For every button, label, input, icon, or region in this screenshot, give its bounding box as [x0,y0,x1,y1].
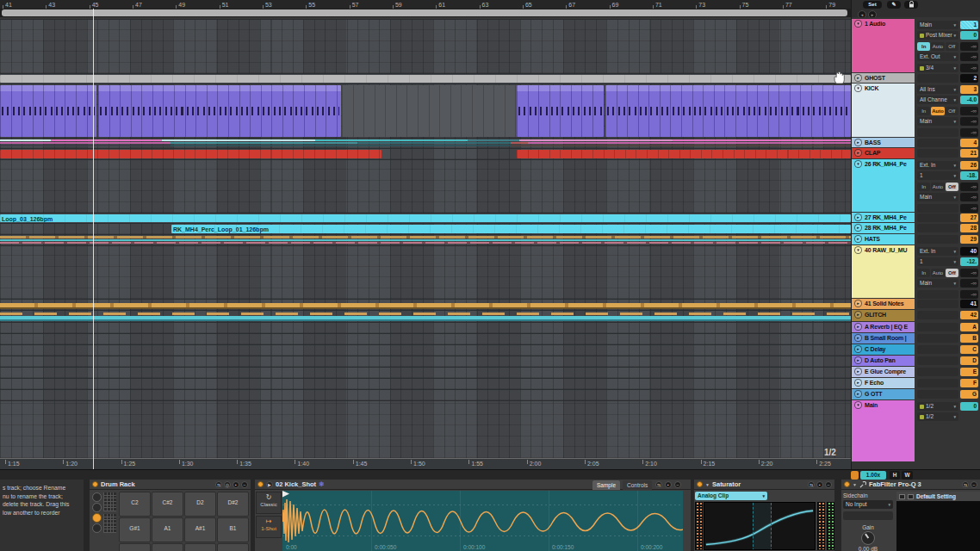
routing-input[interactable]: Ext. In▾ [917,247,958,256]
fold-icon[interactable]: ▸ [854,390,862,398]
fold-icon[interactable]: ▾ [854,20,862,28]
time-ruler[interactable]: 1:151:201:251:301:351:401:451:501:552:00… [0,458,851,469]
pencil-draw-button[interactable]: ✎ [887,1,901,9]
send-a-value[interactable]: -∞ [960,42,978,51]
routing-slot[interactable] [917,311,958,319]
drum-pad[interactable]: D2 [184,492,216,517]
track-number[interactable]: E [960,368,978,376]
chain-toggle-icon[interactable] [92,523,102,533]
hotswap-icon[interactable]: ⇆ [215,481,222,488]
track-header-return-d[interactable]: ▸D Auto Pan [852,356,915,366]
volume-value[interactable]: -12. [960,257,978,266]
kick-muted-region[interactable] [342,85,517,137]
volume-value[interactable]: -18. [960,171,978,180]
routing-slot[interactable] [917,300,958,308]
track-number[interactable]: B [960,334,978,343]
scroll-handle[interactable] [2,9,847,16]
drum-pad[interactable]: C2 [119,492,151,517]
pad-bank-overview[interactable] [103,492,116,511]
routing-output[interactable]: Main▾ [917,21,958,29]
track-header-40[interactable]: ▾40 RAW_IU_MU [852,245,915,298]
device-title-bar[interactable]: ▼ Saturator ⇆ ▪ – [694,480,834,490]
routing-slot[interactable] [917,235,958,244]
send-c-value[interactable]: -∞ [960,290,978,299]
routing-slot[interactable] [917,290,958,299]
drum-pad[interactable]: E1 [119,543,151,551]
routing-output[interactable]: Main▾ [917,279,958,288]
track-header-return-a[interactable]: ▸A Reverb | EQ E [852,322,915,332]
monitor-switch[interactable]: InAutoOff [917,183,958,191]
track-number[interactable]: A [960,323,978,331]
sidechain-input-dropdown[interactable]: No Input▾ [843,500,893,509]
clip-bass-strip-2[interactable] [0,142,851,144]
routing-ext-out[interactable]: Ext. Out▾ [917,53,958,61]
track-number[interactable]: 4 [960,139,978,147]
fold-icon[interactable]: ▸ [854,323,862,331]
routing-slot[interactable] [917,323,958,331]
track-number[interactable]: 27 [960,214,978,222]
master-out[interactable]: 1/2▾ [917,412,958,421]
volume-value[interactable]: -4.0 [960,96,978,104]
hotswap-icon[interactable]: ⇆ [808,481,815,488]
lock-button[interactable] [904,1,918,9]
routing-position[interactable]: Post Mixer▾ [917,31,958,40]
routing-slot[interactable] [917,139,958,147]
fold-icon[interactable]: ▸ [854,368,862,375]
receive-toggle-icon[interactable] [92,503,102,512]
track-header-return-e[interactable]: ▸E Glue Compre [852,367,915,377]
track-header-main[interactable]: ▾Main [852,400,915,461]
fold-icon[interactable]: ▸ [854,235,862,243]
playback-speed[interactable]: 1.00x [860,471,886,480]
waveform-display[interactable]: 0:000:00:0500:00:1000:00:1500:00:200 [282,491,683,551]
drum-pad[interactable]: G1 [217,543,249,551]
routing-slot[interactable] [917,368,958,376]
monitor-switch[interactable]: InAutoOff [917,269,958,277]
routing-slot[interactable] [917,345,958,354]
fold-icon[interactable]: ▸ [854,214,862,221]
macro-icon[interactable]: ◎ [224,481,231,488]
routing-input[interactable]: Ext. In▾ [917,161,958,170]
fold-icon[interactable]: ▸ [854,379,862,387]
io-toggle-icon[interactable] [92,492,102,502]
track-header-glitch[interactable]: ▸GLITCH [852,310,915,321]
device-title-bar[interactable]: ▼ FabFilter Pro-Q 3 ⇆ – [841,480,980,490]
send-b-value[interactable]: -∞ [960,279,978,288]
track-header-return-g[interactable]: ▸G OTT [852,389,915,399]
fold-device-icon[interactable]: – [241,481,248,488]
clip-kick-2[interactable] [98,85,341,137]
routing-slot[interactable] [917,224,958,232]
fold-icon[interactable]: ▸ [854,149,862,157]
device-on-led[interactable] [697,481,703,487]
device-title-bar[interactable]: Drum Rack ⇆ ◎ ▪ – [90,480,251,490]
track-number[interactable]: 41 [960,300,978,308]
routing-input[interactable]: All Ins▾ [917,85,958,94]
clip-glitch-strip-1[interactable] [0,313,851,315]
send-c-value[interactable]: -∞ [960,64,978,72]
routing-channel[interactable]: All Channe▾ [917,96,958,104]
fold-icon[interactable]: ▾ [854,246,862,254]
fold-icon[interactable]: ▸ [854,311,862,319]
track-header-return-b[interactable]: ▸B Small Room | [852,333,915,344]
send-c-value[interactable]: -∞ [960,128,978,137]
fold-icon[interactable]: ▾ [854,160,862,168]
track-number[interactable]: 29 [960,235,978,244]
track-header-hats[interactable]: ▸HATS [852,234,915,245]
send-c-value[interactable]: -∞ [960,204,978,213]
fold-icon[interactable]: ▸ [854,334,862,342]
save-icon[interactable]: ▪ [233,481,239,488]
routing-channel[interactable]: 1▾ [917,257,958,266]
routing-slot[interactable] [917,74,958,83]
routing-slot[interactable] [917,334,958,343]
wrench-icon[interactable] [859,481,866,488]
track-header-26[interactable]: ▾26 RK_MH4_Pe [852,159,915,212]
preview-play-icon[interactable]: ▶ [266,481,273,488]
clip-hats-strip-1[interactable] [0,236,851,238]
clip-ghost[interactable] [0,75,851,83]
routing-output[interactable]: Main▾ [917,193,958,201]
mode-classic-button[interactable]: ↻Classic [256,492,282,514]
device-on-led[interactable] [844,481,850,487]
hotswap-icon[interactable]: ⇆ [962,481,969,488]
bar-ruler[interactable]: 4143454749515355575961636567697173757779 [0,0,853,9]
track-number[interactable]: 3 [960,85,978,94]
track-header-27[interactable]: ▸27 RK_MH4_Pe [852,213,915,222]
